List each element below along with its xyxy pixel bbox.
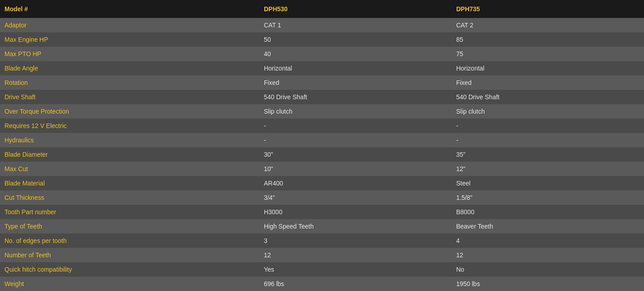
row-col1-value: 3 <box>259 234 452 248</box>
row-col2-value: 35" <box>451 147 644 162</box>
row-col2-value: 75 <box>451 47 644 61</box>
table-row: No. of edges per tooth34 <box>0 234 644 248</box>
comparison-table: Model # DPH530 DPH735 AdaptorCAT 1CAT 2M… <box>0 0 644 291</box>
table-row: Drive Shaft540 Drive Shaft540 Drive Shaf… <box>0 90 644 104</box>
table-row: Requires 12 V Electric-- <box>0 119 644 133</box>
row-label: Type of Teeth <box>0 219 259 234</box>
row-col2-value: Beaver Teeth <box>451 219 644 234</box>
row-col2-value: Fixed <box>451 75 644 90</box>
row-col1-value: High Speed Teeth <box>259 219 452 234</box>
table-row: Type of TeethHigh Speed TeethBeaver Teet… <box>0 219 644 234</box>
row-label: Weight <box>0 277 259 291</box>
row-col1-value: 10" <box>259 162 452 176</box>
row-label: Drive Shaft <box>0 90 259 104</box>
row-col1-value: AR400 <box>259 176 452 190</box>
row-col1-value: Fixed <box>259 75 452 90</box>
table-row: Cut Thickness3/4"1.5/8" <box>0 190 644 205</box>
table-row: Quick hitch compatibilityYesNo <box>0 262 644 277</box>
row-label: Quick hitch compatibility <box>0 262 259 277</box>
table-row: Hydraulics-- <box>0 133 644 147</box>
row-col1-value: 12 <box>259 248 452 262</box>
row-col2-value: No <box>451 262 644 277</box>
table-row: Blade AngleHorizontalHorizontal <box>0 61 644 75</box>
table-header-row: Model # DPH530 DPH735 <box>0 0 644 18</box>
row-col2-value: - <box>451 119 644 133</box>
row-col2-value: Horizontal <box>451 61 644 75</box>
row-col2-value: Steel <box>451 176 644 190</box>
header-model-label: Model # <box>0 0 259 18</box>
row-label: No. of edges per tooth <box>0 234 259 248</box>
row-label: Max Engine HP <box>0 32 259 47</box>
table-row: Weight696 lbs1950 lbs <box>0 277 644 291</box>
table-row: Blade MaterialAR400Steel <box>0 176 644 190</box>
row-col1-value: - <box>259 133 452 147</box>
row-col1-value: CAT 1 <box>259 18 452 32</box>
row-col1-value: Slip clutch <box>259 104 452 119</box>
row-col1-value: Yes <box>259 262 452 277</box>
table-row: Tooth Part numberH3000B8000 <box>0 205 644 219</box>
row-col2-value: B8000 <box>451 205 644 219</box>
row-col1-value: 40 <box>259 47 452 61</box>
row-label: Blade Diameter <box>0 147 259 162</box>
header-col2: DPH735 <box>451 0 644 18</box>
row-label: Over Torque Protection <box>0 104 259 119</box>
row-label: Rotation <box>0 75 259 90</box>
row-col2-value: 1950 lbs <box>451 277 644 291</box>
row-col2-value: - <box>451 133 644 147</box>
row-col1-value: 3/4" <box>259 190 452 205</box>
row-col1-value: 50 <box>259 32 452 47</box>
table-row: Max Engine HP5085 <box>0 32 644 47</box>
table-row: Number of Teeth1212 <box>0 248 644 262</box>
row-label: Adaptor <box>0 18 259 32</box>
row-label: Max Cut <box>0 162 259 176</box>
row-col1-value: H3000 <box>259 205 452 219</box>
row-label: Hydraulics <box>0 133 259 147</box>
row-label: Blade Angle <box>0 61 259 75</box>
row-label: Cut Thickness <box>0 190 259 205</box>
table-row: Blade Diameter30"35" <box>0 147 644 162</box>
row-col2-value: 4 <box>451 234 644 248</box>
row-col2-value: 12 <box>451 248 644 262</box>
row-label: Tooth Part number <box>0 205 259 219</box>
row-col2-value: 85 <box>451 32 644 47</box>
row-label: Requires 12 V Electric <box>0 119 259 133</box>
table-row: Max Cut10"12" <box>0 162 644 176</box>
row-col1-value: 540 Drive Shaft <box>259 90 452 104</box>
row-col2-value: 12" <box>451 162 644 176</box>
header-col1: DPH530 <box>259 0 452 18</box>
row-col2-value: CAT 2 <box>451 18 644 32</box>
row-label: Number of Teeth <box>0 248 259 262</box>
row-col1-value: 30" <box>259 147 452 162</box>
row-label: Max PTO HP <box>0 47 259 61</box>
row-col2-value: 540 Drive Shaft <box>451 90 644 104</box>
row-col1-value: 696 lbs <box>259 277 452 291</box>
table-row: AdaptorCAT 1CAT 2 <box>0 18 644 32</box>
row-col2-value: Slip clutch <box>451 104 644 119</box>
table-row: RotationFixedFixed <box>0 75 644 90</box>
table-row: Max PTO HP4075 <box>0 47 644 61</box>
table-row: Over Torque ProtectionSlip clutchSlip cl… <box>0 104 644 119</box>
row-col2-value: 1.5/8" <box>451 190 644 205</box>
row-col1-value: Horizontal <box>259 61 452 75</box>
row-label: Blade Material <box>0 176 259 190</box>
row-col1-value: - <box>259 119 452 133</box>
